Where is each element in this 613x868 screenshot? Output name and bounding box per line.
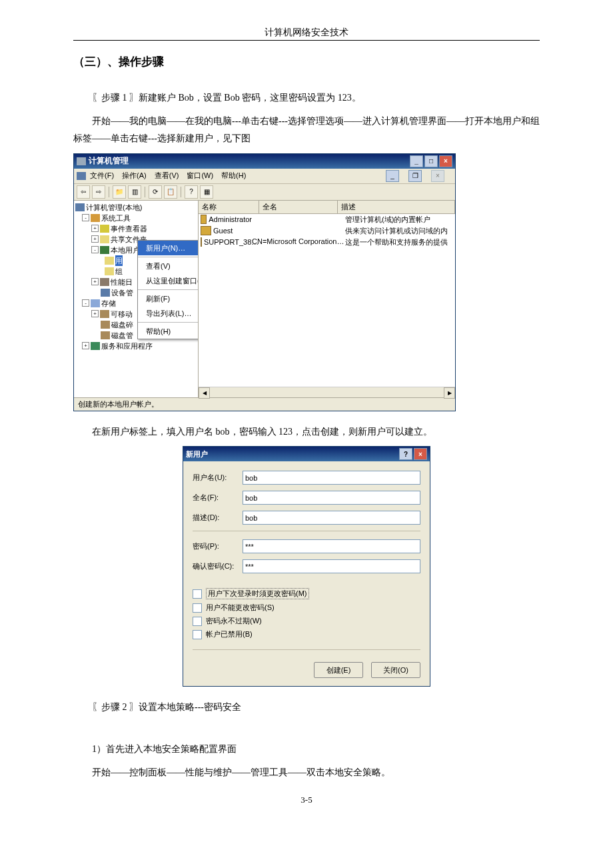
ctx-view[interactable]: 查看(V)	[138, 259, 199, 273]
checkbox-noexpire[interactable]	[193, 617, 202, 626]
label-password: 密码(P):	[193, 541, 243, 551]
expand-icon[interactable]: +	[91, 225, 99, 232]
col-name[interactable]: 名称	[199, 201, 259, 213]
step2-p1: 1）首先进入本地安全策略配置界面	[73, 741, 540, 759]
checkbox-mustchange[interactable]	[193, 589, 202, 599]
refresh-icon[interactable]: ⟳	[149, 185, 162, 199]
close-button[interactable]: ×	[414, 448, 427, 460]
tree-device[interactable]: 设备管	[111, 287, 133, 298]
username-input[interactable]	[243, 471, 420, 485]
menu-window[interactable]: 窗口(W)	[187, 171, 213, 181]
label-desc: 描述(D):	[193, 513, 243, 523]
tree-removable[interactable]: 可移动	[111, 309, 133, 319]
col-fullname[interactable]: 全名	[259, 201, 338, 213]
folder-icon	[105, 257, 114, 265]
tree-pane[interactable]: 计算机管理(本地) -系统工具 +事件查看器 +共享文件夹 -本地用户和组 用 …	[74, 201, 199, 397]
properties-icon[interactable]: ▥	[128, 185, 141, 199]
device-icon	[101, 289, 110, 297]
label-username: 用户名(U):	[193, 473, 243, 483]
close-button[interactable]: ×	[439, 155, 452, 167]
share-icon	[100, 235, 109, 243]
menu-view[interactable]: 查看(V)	[155, 171, 179, 181]
forward-icon[interactable]: ⇨	[92, 185, 105, 199]
create-button[interactable]: 创建(E)	[314, 662, 363, 678]
scroll-right-icon[interactable]: ▶	[444, 387, 455, 399]
minimize-button[interactable]: _	[410, 155, 423, 167]
ctx-new-user[interactable]: 新用户(N)…	[138, 241, 199, 255]
tree-systools[interactable]: 系统工具	[101, 213, 131, 223]
tree-users-selected[interactable]: 用	[115, 255, 123, 266]
expand-icon[interactable]: +	[91, 310, 99, 317]
ctx-new-window[interactable]: 从这里创建窗口(W)	[138, 273, 199, 288]
column-headers[interactable]: 名称 全名 描述	[199, 201, 455, 214]
label-noexpire: 密码永不过期(W)	[206, 616, 262, 626]
export-icon[interactable]: 📋	[164, 185, 177, 199]
list-item[interactable]: Administrator管理计算机(域)的内置帐户	[199, 214, 455, 225]
menu-help[interactable]: 帮助(H)	[221, 171, 246, 181]
tree-storage[interactable]: 存储	[101, 298, 116, 309]
step1-title: 〖步骤 1 〗新建账户 Bob，设置 Bob 密码，这里密码设置为 123。	[73, 89, 540, 107]
tree-diskmgmt[interactable]: 磁盘管	[111, 330, 133, 341]
tree-defrag[interactable]: 磁盘碎	[111, 319, 133, 330]
menu-action[interactable]: 操作(A)	[122, 171, 147, 181]
menu-file[interactable]: 文件(F)	[90, 171, 114, 181]
section-title: （三）、操作步骤	[73, 54, 540, 69]
tree-services[interactable]: 服务和应用程序	[101, 341, 153, 351]
mdi-minimize-button[interactable]: _	[386, 170, 399, 182]
back-icon[interactable]: ⇦	[77, 185, 90, 199]
collapse-icon[interactable]: -	[82, 214, 89, 221]
user-icon	[201, 226, 211, 235]
label-confirm-password: 确认密码(C):	[193, 561, 243, 571]
titlebar[interactable]: 计算机管理 _ □ ×	[74, 154, 455, 169]
list-item[interactable]: SUPPORT_38…CN=Microsoft Corporation…这是一个…	[199, 237, 455, 248]
users-group-icon	[100, 246, 109, 254]
dialog-title: 新用户	[186, 449, 208, 459]
dialog-titlebar[interactable]: 新用户 ? ×	[183, 447, 430, 461]
horizontal-scrollbar[interactable]: ◀ ▶	[199, 387, 455, 397]
ctx-help[interactable]: 帮助(H)	[138, 324, 199, 339]
step2-p2: 开始——控制面板——性能与维护——管理工具——双击本地安全策略。	[73, 764, 540, 782]
ctx-refresh[interactable]: 刷新(F)	[138, 291, 199, 306]
close-dialog-button[interactable]: 关闭(O)	[371, 662, 420, 678]
up-icon[interactable]: 📁	[113, 185, 126, 199]
maximize-button[interactable]: □	[424, 155, 438, 167]
list-rows: Administrator管理计算机(域)的内置帐户 Guest供来宾访问计算机…	[199, 214, 455, 387]
views-icon[interactable]: ▦	[200, 185, 213, 199]
event-icon	[100, 225, 109, 233]
page-footer: 3-5	[73, 795, 540, 805]
user-icon	[201, 215, 207, 224]
tree-root[interactable]: 计算机管理(本地)	[86, 202, 142, 213]
list-item[interactable]: Guest供来宾访问计算机或访问域的内	[199, 225, 455, 237]
monitor-icon	[77, 172, 86, 180]
toolbar: ⇦ ⇨ 📁 ▥ ⟳ 📋 ? ▦	[74, 184, 455, 201]
desc-input[interactable]	[243, 511, 420, 525]
scroll-left-icon[interactable]: ◀	[199, 387, 210, 399]
help-button[interactable]: ?	[399, 448, 412, 460]
checkbox-cannotchange[interactable]	[193, 603, 202, 613]
mdi-restore-button[interactable]: ❐	[408, 170, 422, 182]
confirm-password-input[interactable]	[243, 559, 420, 573]
mdi-close-button[interactable]: ×	[431, 170, 444, 182]
checkbox-disabled[interactable]	[193, 630, 202, 639]
fullname-input[interactable]	[243, 491, 420, 505]
expand-icon[interactable]: +	[91, 235, 99, 243]
label-cannotchange: 用户不能更改密码(S)	[206, 603, 275, 613]
step1-p2: 在新用户标签上，填入用户名 bob，密码输入 123，点击创建，则新用户可以建立…	[73, 423, 540, 441]
col-desc[interactable]: 描述	[338, 201, 455, 213]
window-title: 计算机管理	[89, 155, 129, 167]
defrag-icon	[101, 321, 110, 329]
ctx-export[interactable]: 导出列表(L)…	[138, 306, 199, 321]
computer-management-window: 计算机管理 _ □ × 文件(F) 操作(A) 查看(V) 窗口(W) 帮助(H…	[73, 153, 456, 411]
computer-icon	[75, 203, 85, 211]
tree-groups[interactable]: 组	[115, 266, 123, 277]
expand-icon[interactable]: +	[91, 278, 99, 285]
tools-icon	[91, 214, 100, 222]
step2-title: 〖步骤 2 〗设置本地策略---密码安全	[73, 699, 540, 717]
help-icon[interactable]: ?	[185, 185, 198, 199]
collapse-icon[interactable]: -	[91, 246, 99, 253]
tree-event[interactable]: 事件查看器	[111, 223, 147, 234]
expand-icon[interactable]: +	[82, 342, 89, 349]
collapse-icon[interactable]: -	[82, 299, 89, 307]
tree-perf[interactable]: 性能日	[111, 277, 133, 287]
password-input[interactable]	[243, 539, 420, 553]
